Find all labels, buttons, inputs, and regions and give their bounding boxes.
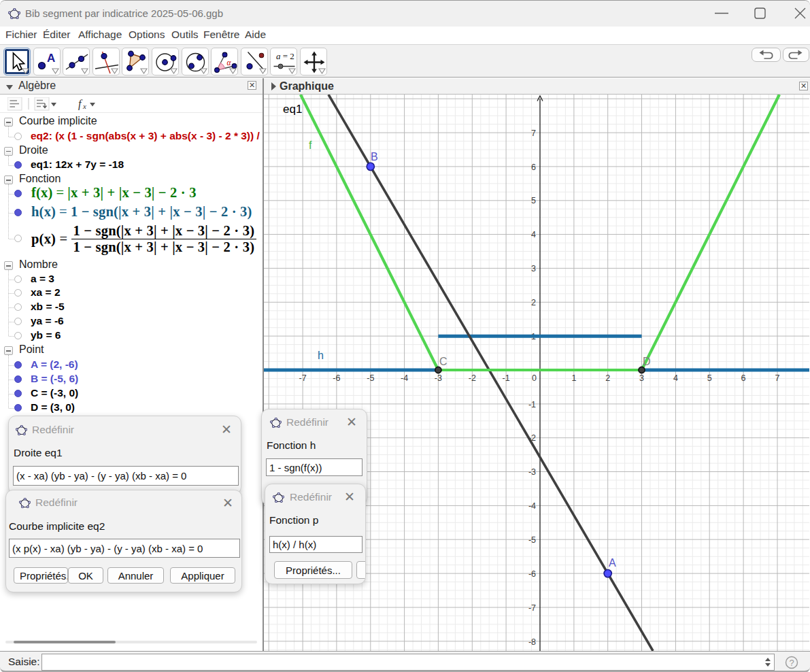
svg-text:-5: -5 [367,373,374,383]
svg-text:h: h [318,350,324,361]
svg-text:-3: -3 [435,373,442,383]
svg-text:a = 2: a = 2 [276,51,294,61]
svg-text:α: α [227,58,232,67]
svg-text:-4: -4 [401,373,408,383]
svg-text:1: 1 [571,373,576,383]
svg-text:-7: -7 [528,603,536,613]
svg-text:4: 4 [673,373,678,383]
svg-text:-6: -6 [528,569,536,579]
svg-text:-8: -8 [528,637,536,647]
svg-text:7: 7 [775,373,780,383]
svg-text:-1: -1 [503,373,510,383]
svg-text:4: 4 [531,230,536,239]
svg-text:A: A [47,52,55,65]
svg-text:3: 3 [531,264,536,273]
svg-text:B: B [371,151,378,163]
svg-text:-1: -1 [528,400,536,409]
svg-text:6: 6 [741,373,746,383]
svg-text:f: f [309,139,312,151]
svg-text:-4: -4 [528,501,536,511]
svg-text:-7: -7 [299,373,307,383]
svg-text:2: 2 [605,373,610,383]
svg-text:eq1: eq1 [283,103,302,116]
svg-text:A: A [609,557,616,569]
svg-text:5: 5 [531,196,536,205]
svg-text:5: 5 [707,373,712,383]
svg-text:-5: -5 [528,535,536,545]
svg-text:-6: -6 [333,373,340,383]
svg-text:0: 0 [532,373,537,383]
svg-text:f: f [78,98,83,110]
svg-text:3: 3 [639,373,644,383]
svg-text:7: 7 [531,129,536,138]
svg-text:6: 6 [531,163,536,172]
svg-text:-3: -3 [528,467,536,477]
svg-text:C: C [439,356,448,367]
svg-text:-2: -2 [469,373,476,383]
svg-text:D: D [643,356,651,367]
svg-text:?: ? [789,658,794,668]
svg-text:x: x [82,102,86,110]
svg-text:2: 2 [531,298,536,307]
